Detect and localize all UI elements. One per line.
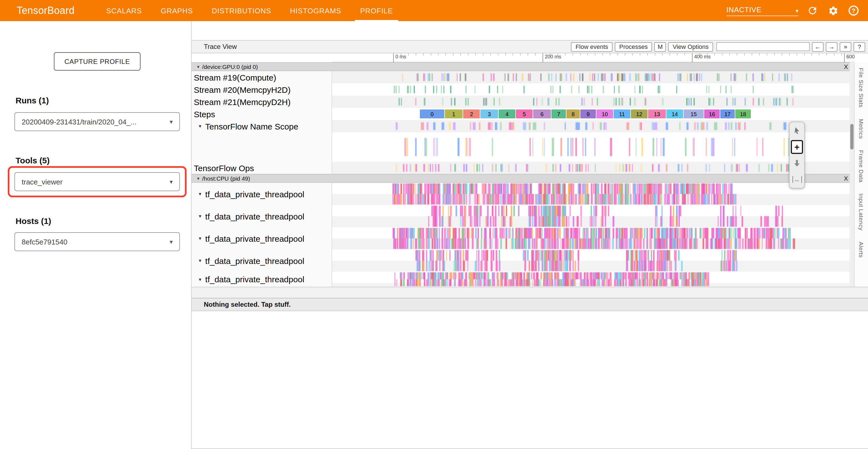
hosts-dropdown[interactable]: 8efc5e791540 ▾ [14,232,180,251]
track-label-threadpool[interactable]: ▾tf_data_private_threadpool [192,272,332,287]
trace-track-canvas[interactable] [332,205,854,227]
step-block[interactable]: 4 [499,110,515,118]
trace-track-canvas[interactable] [332,132,854,162]
track-timeline [332,162,854,174]
trace-help-button[interactable]: ? [854,42,865,51]
selection-detail-bar: Nothing selected. Tap stuff. [192,298,868,311]
tab-histograms[interactable]: HISTOGRAMS [281,0,351,21]
step-block[interactable]: 10 [596,110,613,118]
step-block[interactable]: 2 [463,110,480,118]
track-row-threadpool-5: ▾tf_data_private_threadpool [192,272,854,287]
flow-events-button[interactable]: Flow events [571,42,613,51]
step-block[interactable]: 13 [648,110,666,118]
hosts-heading: Hosts (1) [16,216,51,226]
trace-track-canvas[interactable] [332,183,854,205]
close-cpu-section-button[interactable]: X [844,175,848,182]
step-block[interactable]: 9 [580,110,596,118]
scrollbar-thumb[interactable] [850,124,854,149]
tab-metrics[interactable]: Metrics [858,119,865,139]
track-label-stream21[interactable]: Stream #21(MemcpyD2H) [192,96,332,108]
find-all-button[interactable]: » [840,42,851,51]
step-block[interactable]: 8 [566,110,580,118]
step-block[interactable]: 11 [614,110,630,118]
status-dropdown[interactable]: INACTIVE ▾ [726,5,799,16]
track-label-threadpool[interactable]: ▾tf_data_private_threadpool [192,249,332,272]
view-options-button[interactable]: View Options [669,42,713,51]
track-label-threadpool[interactable]: ▾tf_data_private_threadpool [192,183,332,205]
step-block[interactable]: 18 [735,110,751,118]
trace-track-canvas[interactable] [332,71,854,83]
ruler-label: 600 [844,53,855,62]
zoom-tool-button[interactable]: + [791,140,803,154]
track-label-threadpool[interactable]: ▾tf_data_private_threadpool [192,227,332,249]
gpu-section-header[interactable]: ▾ /device:GPU:0 (pid 0) X [192,62,854,71]
step-block[interactable]: 12 [631,110,648,118]
track-label-steps[interactable]: Steps [192,108,332,120]
timing-tool-button[interactable]: ↔ [791,172,803,186]
trace-track-canvas[interactable] [332,227,854,249]
trace-tool-palette: + ↔ [789,122,805,188]
step-block[interactable]: 5 [516,110,533,118]
close-gpu-section-button[interactable]: X [844,63,848,70]
tab-file-size-stats[interactable]: File Size Stats [858,68,865,108]
steps-track[interactable]: 0123456789101112131415161718 [332,108,854,120]
tools-dropdown[interactable]: trace_viewer ▾ [14,172,180,191]
step-block[interactable]: 16 [704,110,720,118]
step-block[interactable]: 15 [684,110,704,118]
track-label-stream20[interactable]: Stream #20(MemcpyH2D) [192,83,332,96]
tab-scalars[interactable]: SCALARS [97,0,151,21]
help-button[interactable]: ? [847,4,860,17]
refresh-button[interactable] [806,4,819,17]
processes-button[interactable]: Processes [615,42,652,51]
trace-track-canvas[interactable] [332,249,854,272]
trace-track-canvas[interactable] [332,120,854,132]
track-row-stream19: Stream #19(Compute) [192,71,854,83]
step-block[interactable]: 7 [552,110,566,118]
ruler-label: 200 ms [542,53,561,62]
settings-button[interactable] [826,4,840,17]
track-area: ▾ /device:GPU:0 (pid 0) X Stream #19(Com… [192,62,854,287]
trace-track-canvas[interactable] [332,83,854,96]
step-block[interactable]: 3 [480,110,498,118]
step-block[interactable]: 14 [666,110,683,118]
trace-track-canvas[interactable] [332,272,854,287]
capture-profile-button[interactable]: CAPTURE PROFILE [54,52,141,70]
chevron-down-icon: ▾ [169,238,173,245]
tab-input-latency[interactable]: Input Latency [858,193,865,231]
step-block[interactable]: 0 [420,110,444,118]
runs-dropdown[interactable]: 20200409-231431/train/2020_04_... ▾ [14,112,180,131]
vertical-scrollbar[interactable] [850,62,854,287]
tab-profile[interactable]: PROFILE [351,0,402,21]
trace-search-input[interactable] [716,42,810,51]
track-timeline [332,132,854,162]
trace-track-canvas[interactable] [332,162,854,174]
tab-frame-data[interactable]: Frame Data [858,150,865,182]
runs-value: 20200409-231431/train/2020_04_... [22,118,136,126]
track-label-stream19[interactable]: Stream #19(Compute) [192,71,332,83]
step-block[interactable]: 6 [533,110,551,118]
tab-graphs[interactable]: GRAPHS [151,0,203,21]
find-previous-button[interactable]: ← [812,42,824,51]
tab-alerts[interactable]: Alerts [858,242,865,258]
step-block[interactable]: 17 [720,110,735,118]
track-label-name-scope[interactable]: ▾TensorFlow Name Scope [192,120,332,132]
main-nav: SCALARS GRAPHS DISTRIBUTIONS HISTOGRAMS … [97,0,403,21]
pan-vertical-tool-button[interactable] [791,156,803,170]
cpu-section-header[interactable]: ▾ /host:CPU (pid 49) X [192,174,854,183]
step-block[interactable]: 1 [445,110,463,118]
track-label-threadpool[interactable]: ▾tf_data_private_threadpool [192,205,332,227]
ruler-label: 0 ms [393,53,406,62]
track-timeline [332,205,854,227]
find-next-button[interactable]: → [826,42,837,51]
trace-view-title: Trace View [204,43,237,51]
tab-distributions[interactable]: DISTRIBUTIONS [203,0,281,21]
track-label-tensorflow-ops[interactable]: TensorFlow Ops [192,162,332,174]
metadata-button[interactable]: M [654,42,666,51]
status-value: INACTIVE [726,5,762,13]
horizontal-scroll-strip[interactable] [192,287,868,298]
trace-track-canvas[interactable] [332,96,854,108]
track-row-name-scope: ▾TensorFlow Name Scope [192,120,854,132]
chevron-down-icon: ▾ [169,118,173,125]
selection-tool-button[interactable] [791,124,803,138]
app-header: TensorBoard SCALARS GRAPHS DISTRIBUTIONS… [0,0,868,21]
